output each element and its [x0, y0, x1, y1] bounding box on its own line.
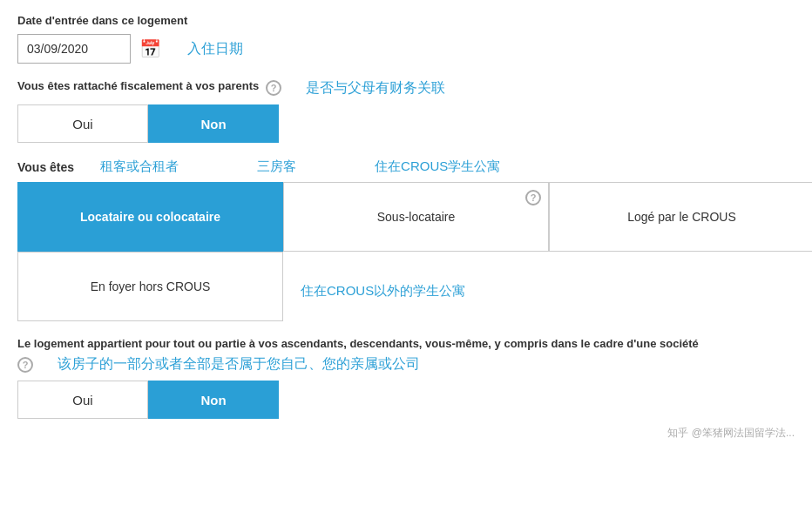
option-sous-locataire-label: Sous-locataire [377, 210, 456, 224]
watermark-text: 知乎 @笨猪网法国留学法... [667, 426, 795, 441]
date-annotation: 入住日期 [187, 40, 243, 58]
option-crous[interactable]: Logé par le CROUS [549, 182, 812, 252]
logement-annotation: 该房子的一部分或者全部是否属于您自己、您的亲属或公司 [58, 355, 420, 374]
foyer-annotation: 住在CROUS以外的学生公寓 [301, 283, 465, 300]
logement-toggle-row: Oui Non [17, 381, 795, 419]
date-row: 📅 入住日期 [17, 34, 795, 64]
fiscal-toggle-group: Oui Non [17, 104, 795, 143]
options-row2: En foyer hors CROUS 住在CROUS以外的学生公寓 [17, 252, 795, 321]
logement-toggle-group: Oui Non [17, 381, 279, 419]
crous-annotation: 住在CROUS学生公寓 [375, 158, 500, 175]
vous-etes-label: Vous êtes [17, 160, 74, 174]
fiscal-non-button[interactable]: Non [148, 104, 279, 143]
sous-locataire-annotation: 三房客 [257, 158, 296, 175]
foyer-annotation-container: 住在CROUS以外的学生公寓 [283, 274, 465, 300]
option-sous-locataire[interactable]: Sous-locataire ? [283, 182, 549, 252]
vous-etes-section: Vous êtes 租客或合租者 三房客 住在CROUS学生公寓 Locatai… [17, 158, 795, 321]
date-input[interactable] [17, 34, 131, 64]
option-foyer-label: En foyer hors CROUS [91, 280, 211, 293]
fiscal-oui-button[interactable]: Oui [17, 104, 148, 143]
fiscal-label: Vous êtes rattaché fiscalement à vos par… [17, 79, 259, 92]
sous-locataire-help-icon[interactable]: ? [525, 190, 541, 205]
option-locataire-label: Locataire ou colocataire [80, 210, 220, 224]
vous-etes-header: Vous êtes 租客或合租者 三房客 住在CROUS学生公寓 [17, 158, 795, 175]
options-grid-row1: Locataire ou colocataire Sous-locataire … [17, 182, 795, 252]
logement-oui-button[interactable]: Oui [17, 381, 148, 419]
logement-section: Le logement appartient pour tout ou part… [17, 337, 795, 419]
option-locataire[interactable]: Locataire ou colocataire [17, 182, 283, 252]
logement-help-icon[interactable]: ? [17, 357, 33, 373]
watermark-row: 知乎 @笨猪网法国留学法... [17, 426, 795, 441]
logement-text: Le logement appartient pour tout ou part… [17, 337, 795, 350]
logement-non-button[interactable]: Non [148, 381, 279, 419]
locataire-annotation: 租客或合租者 [100, 158, 179, 175]
date-section-label: Date d'entrée dans ce logement [17, 14, 795, 27]
fiscal-help-icon[interactable]: ? [266, 80, 281, 96]
option-foyer[interactable]: En foyer hors CROUS [17, 252, 283, 321]
fiscal-label-row: Vous êtes rattaché fiscalement à vos par… [17, 79, 795, 98]
option-crous-label: Logé par le CROUS [627, 210, 736, 224]
fiscal-section: Vous êtes rattaché fiscalement à vos par… [17, 79, 795, 143]
date-section: Date d'entrée dans ce logement 📅 入住日期 [17, 14, 795, 64]
fiscal-annotation: 是否与父母有财务关联 [306, 79, 445, 98]
logement-help-row: ? 该房子的一部分或者全部是否属于您自己、您的亲属或公司 [17, 355, 795, 374]
calendar-icon[interactable]: 📅 [139, 38, 161, 59]
